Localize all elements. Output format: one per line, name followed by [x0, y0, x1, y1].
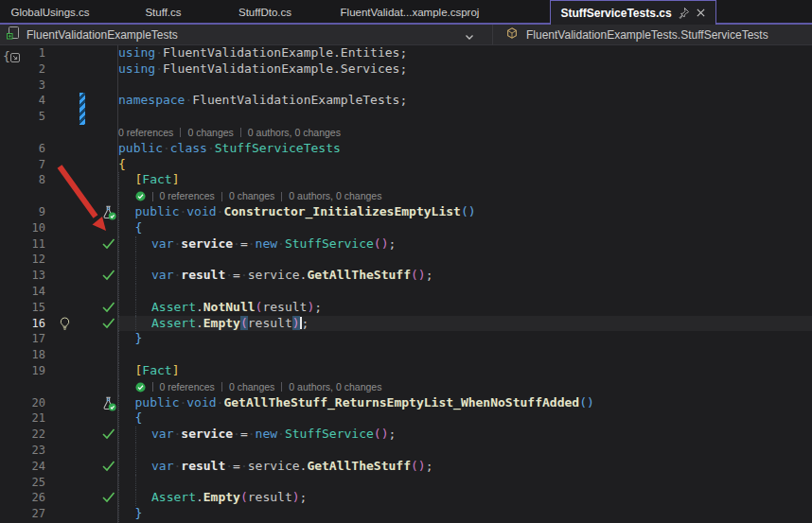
codelens-text[interactable]: 0 authors, 0 changes	[289, 379, 381, 395]
codelens-pass-icon[interactable]	[135, 191, 146, 201]
codelens-content[interactable]: 0 references0 changes0 authors, 0 change…	[118, 125, 812, 141]
codelens-text[interactable]: 0 authors, 0 changes	[248, 125, 341, 141]
tab-stuffdto.cs[interactable]: StuffDto.cs	[213, 0, 317, 25]
code-line-content[interactable]: var·service·=·new·StuffService();	[118, 236, 812, 253]
code-token: namespace	[118, 93, 185, 107]
code-line-content[interactable]: using·FluentValidationExample.Services;	[118, 61, 812, 78]
code-line-content[interactable]: namespace·FluentValidationExampleTests;	[118, 93, 812, 109]
code-line-content[interactable]: }	[118, 331, 812, 347]
codelens-text[interactable]: 0 references	[118, 125, 173, 141]
code-token: GetAllTheStuff_ReturnsEmptyList_WhenNoSt…	[223, 395, 579, 410]
code-token: {	[135, 220, 143, 235]
codelens-content[interactable]: 0 references0 changes0 authors, 0 change…	[118, 188, 812, 204]
code-line: 19[Fact]	[0, 363, 812, 379]
editor-gutter	[0, 379, 118, 395]
indent-guide	[118, 459, 135, 475]
code-line-content[interactable]	[118, 109, 812, 125]
code-line-content[interactable]: {	[118, 157, 812, 173]
editor-gutter: 21	[0, 410, 118, 427]
project-icon	[6, 26, 20, 44]
code-line-content[interactable]	[118, 252, 812, 268]
editor-gutter: 7	[0, 157, 118, 173]
codelens-text[interactable]: 0 authors, 0 changes	[289, 188, 381, 204]
line-number: 10	[0, 220, 45, 236]
code-line-content[interactable]: public·void·GetAllTheStuff_ReturnsEmptyL…	[118, 395, 812, 411]
code-line-content[interactable]	[118, 347, 812, 363]
code-line-content[interactable]: Assert.Empty(result);	[118, 490, 812, 506]
braces-outline-icon[interactable]: {	[3, 48, 22, 67]
code-line: 13var·result·=·service.GetAllTheStuff();	[0, 268, 812, 284]
code-line-content[interactable]: Assert.Empty(result);	[118, 316, 812, 332]
code-token: service	[181, 427, 233, 441]
editor-gutter: 24	[0, 459, 118, 475]
tab-label: StuffDto.cs	[238, 7, 291, 18]
code-token: GetAllTheStuff	[307, 268, 411, 282]
codelens-row: 0 references0 changes0 authors, 0 change…	[0, 379, 812, 395]
line-number: 18	[0, 347, 45, 363]
codelens-pass-icon[interactable]	[135, 382, 146, 392]
code-line-content[interactable]: {	[118, 410, 812, 427]
code-line-content[interactable]	[118, 475, 812, 491]
line-number: 5	[0, 109, 45, 125]
code-token: new	[256, 427, 277, 441]
code-token: result	[248, 316, 292, 330]
code-token: void	[186, 395, 216, 410]
tab-stuff.cs[interactable]: Stuff.cs	[114, 0, 213, 25]
code-line: 2using·FluentValidationExample.Services;	[0, 61, 812, 78]
code-line-content[interactable]: [Fact]	[118, 363, 812, 379]
code-line-content[interactable]: [Fact]	[118, 172, 812, 188]
code-line-content[interactable]: Assert.NotNull(result);	[118, 300, 812, 316]
code-token: {	[135, 410, 143, 425]
indent-guide	[135, 236, 152, 253]
code-line-content[interactable]: public·class·StuffServiceTests	[118, 141, 812, 157]
codelens-text[interactable]: 0 changes	[187, 125, 233, 141]
indent-guide	[135, 490, 152, 506]
codelens-text[interactable]: 0 references	[160, 379, 215, 395]
indent-guide	[118, 172, 135, 188]
code-line-content[interactable]: var·result·=·service.GetAllTheStuff();	[118, 459, 812, 475]
pin-icon[interactable]	[678, 7, 690, 19]
member-dropdown[interactable]: FluentValidationExampleTests.StuffServic…	[492, 25, 812, 44]
code-line-content[interactable]: using·FluentValidationExample.Entities;	[118, 45, 812, 61]
code-line-content[interactable]	[118, 284, 812, 300]
code-token: service	[248, 268, 300, 282]
codelens-text[interactable]: 0 changes	[229, 188, 274, 204]
code-token: Assert	[151, 490, 196, 504]
code-line: 17}	[0, 331, 812, 347]
code-line-content[interactable]: {	[118, 220, 812, 236]
code-token: ;	[426, 459, 433, 473]
code-line: 18	[0, 347, 812, 363]
line-number: 21	[0, 410, 45, 427]
code-token: ;	[302, 316, 309, 330]
code-line-content[interactable]: }	[118, 506, 812, 522]
code-token: =	[240, 427, 248, 441]
code-line-content[interactable]	[118, 443, 812, 459]
chevron-down-icon[interactable]	[464, 29, 475, 46]
indent-guide	[118, 220, 135, 236]
code-token: service	[181, 236, 233, 251]
code-token: FluentValidationExample.Entities;	[163, 45, 407, 60]
code-line-content[interactable]: var·result·=·service.GetAllTheStuff();	[118, 268, 812, 284]
code-line-content[interactable]	[118, 78, 812, 94]
code-token: .	[196, 490, 203, 504]
tab-fluentvalidat...xample.csproj[interactable]: FluentValidat...xample.csproj	[317, 0, 503, 25]
code-editor[interactable]: { 1using·FluentValidationExample.Entitie…	[0, 45, 812, 523]
code-token: ;	[314, 300, 322, 314]
code-line: 14	[0, 284, 812, 300]
close-icon[interactable]	[696, 8, 706, 18]
codelens-text[interactable]: 0 changes	[229, 379, 274, 395]
document-tab-bar: GlobalUsings.csStuff.csStuffDto.csFluent…	[0, 0, 812, 25]
code-token: public	[135, 395, 180, 410]
editor-gutter: 16	[0, 316, 118, 332]
code-token: var	[151, 236, 173, 251]
code-line: 3	[0, 78, 812, 94]
code-token: ()	[374, 427, 389, 441]
codelens-text[interactable]: 0 references	[160, 188, 215, 204]
editor-gutter: 23	[0, 443, 118, 459]
code-line-content[interactable]: public·void·Constructor_InitializesEmpty…	[118, 204, 812, 220]
tab-globalusings.cs[interactable]: GlobalUsings.cs	[0, 0, 114, 25]
project-dropdown[interactable]: FluentValidationExampleTests	[0, 25, 492, 44]
tab-stuffservicetests.cs[interactable]: StuffServiceTests.cs	[550, 0, 716, 25]
codelens-content[interactable]: 0 references0 changes0 authors, 0 change…	[118, 379, 812, 395]
code-line-content[interactable]: var·service·=·new·StuffService();	[118, 427, 812, 443]
